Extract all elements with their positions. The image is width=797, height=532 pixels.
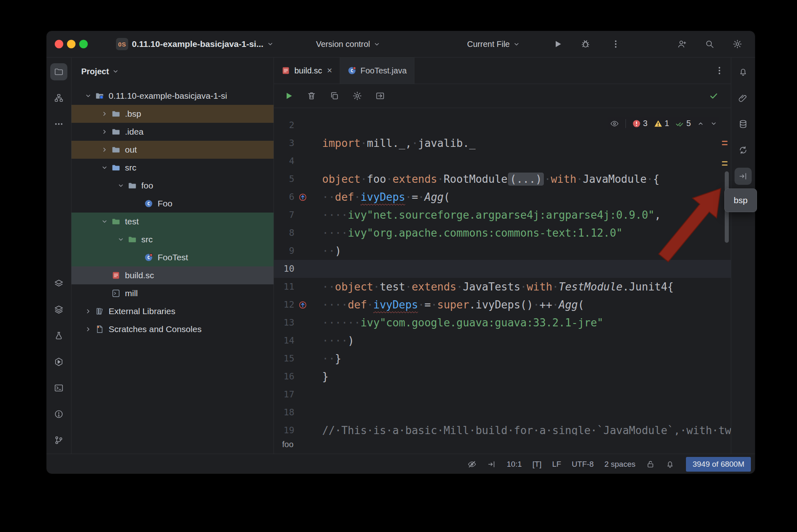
- settings-button[interactable]: [732, 39, 742, 49]
- code-line-1[interactable]: ····: [274, 108, 731, 116]
- chevron-down-icon[interactable]: [98, 215, 111, 228]
- code-line-17[interactable]: 17: [274, 386, 731, 403]
- project-panel-header[interactable]: Project: [71, 58, 274, 80]
- indent-guide-icon[interactable]: [487, 460, 496, 469]
- tool-strip-version-control-button[interactable]: [50, 432, 67, 449]
- tree-item-test[interactable]: test: [71, 213, 274, 231]
- tree-item-idea[interactable]: .idea: [71, 123, 274, 141]
- next-issue-button[interactable]: [710, 120, 717, 127]
- tree-item-foo[interactable]: foo: [71, 177, 274, 195]
- chevron-right-icon[interactable]: [98, 126, 111, 138]
- version-control-menu[interactable]: Version control: [316, 40, 380, 49]
- tree-item-out[interactable]: out: [71, 141, 274, 159]
- code-line-9[interactable]: 9··): [274, 242, 731, 260]
- tab-options-kebab-icon[interactable]: [715, 66, 724, 75]
- tool-strip-more-button[interactable]: [50, 115, 67, 133]
- warnings-badge[interactable]: 1: [654, 119, 669, 128]
- code-line-5[interactable]: 5object·foo·extends·RootModule(...)·with…: [274, 170, 731, 188]
- minimize-window-button[interactable]: [67, 40, 76, 49]
- tool-strip-terminal-button[interactable]: [50, 379, 67, 397]
- code-line-6[interactable]: 6··def·ivyDeps·=·Agg(: [274, 188, 731, 206]
- code-line-12[interactable]: 12····def·ivyDeps·=·super.ivyDeps()·++·A…: [274, 296, 731, 314]
- memory-indicator[interactable]: 3949 of 6800M: [686, 457, 751, 472]
- settings-button[interactable]: [352, 91, 362, 101]
- errors-badge[interactable]: 3: [632, 119, 648, 128]
- tree-item-src[interactable]: src: [71, 231, 274, 248]
- tree-item-foo[interactable]: CFoo: [71, 195, 274, 213]
- tree-item-external-libraries[interactable]: External Libraries: [71, 302, 274, 320]
- tree-item-footest[interactable]: CFooTest: [71, 248, 274, 266]
- debug-button[interactable]: [581, 39, 590, 49]
- copy-button[interactable]: [329, 91, 339, 101]
- highlighting-level-icon[interactable]: [468, 460, 476, 469]
- zoom-window-button[interactable]: [79, 40, 88, 49]
- override-gutter-icon[interactable]: [294, 188, 311, 206]
- close-icon[interactable]: ×: [327, 66, 332, 75]
- notifications-bell-icon[interactable]: [666, 460, 675, 469]
- tool-strip-ai-assistant-button[interactable]: [735, 89, 752, 106]
- close-window-button[interactable]: [55, 40, 63, 49]
- warning-stripe-mark[interactable]: [722, 161, 728, 162]
- caret-position[interactable]: 10:1: [507, 460, 522, 469]
- file-encoding[interactable]: UTF-8: [572, 460, 594, 469]
- code-line-7[interactable]: 7····ivy"net.sourceforge.argparse4j:argp…: [274, 206, 731, 224]
- line-separator[interactable]: LF: [552, 460, 561, 469]
- code-line-16[interactable]: 16}: [274, 368, 731, 386]
- code-line-10[interactable]: 10: [274, 260, 731, 278]
- code-line-8[interactable]: 8····ivy"org.apache.commons:commons-text…: [274, 224, 731, 242]
- tree-item-bsp[interactable]: .bsp: [71, 105, 274, 123]
- delete-button[interactable]: [307, 91, 316, 101]
- tree-item-scratches-and-consoles[interactable]: Scratches and Consoles: [71, 320, 274, 338]
- tree-item-mill[interactable]: mill: [71, 284, 274, 302]
- tool-strip-problems-button[interactable]: [50, 406, 67, 423]
- run-button[interactable]: [284, 91, 294, 101]
- chevron-right-icon[interactable]: [82, 305, 94, 317]
- code-line-3[interactable]: 3import·mill._,·javalib._: [274, 134, 731, 152]
- chevron-down-icon[interactable]: [98, 162, 111, 174]
- code-with-me-button[interactable]: [677, 39, 687, 49]
- override-gutter-icon[interactable]: [294, 296, 311, 314]
- tool-strip-build-button[interactable]: [50, 275, 67, 292]
- error-stripe-mark[interactable]: [722, 144, 728, 145]
- readonly-toggle-icon[interactable]: [646, 460, 655, 469]
- code-line-14[interactable]: 14····): [274, 332, 731, 350]
- run-configuration-selector[interactable]: Current File: [467, 40, 520, 49]
- tab-build-sc[interactable]: build.sc×: [274, 58, 340, 84]
- more-actions-button[interactable]: [611, 39, 621, 49]
- indent-style[interactable]: 2 spaces: [604, 460, 635, 469]
- chevron-down-icon[interactable]: [115, 233, 127, 246]
- tool-strip-structure-button[interactable]: [50, 89, 67, 106]
- tool-strip-services-button[interactable]: [50, 353, 67, 370]
- preview-eye-icon[interactable]: [610, 119, 619, 128]
- type-flag[interactable]: [T]: [532, 460, 541, 469]
- project-selector[interactable]: 0S 0.11.10-example-basicjava-1-si...: [116, 38, 274, 50]
- tool-strip-database-button[interactable]: [735, 115, 752, 133]
- tree-item-0-11-10-example-basicjava-1-si[interactable]: 0.11.10-example-basicjava-1-si: [71, 87, 274, 105]
- open-in-button[interactable]: [375, 91, 385, 101]
- code-line-18[interactable]: 18: [274, 403, 731, 421]
- chevron-right-icon[interactable]: [82, 323, 94, 335]
- run-button[interactable]: [553, 39, 563, 49]
- chevron-down-icon[interactable]: [115, 180, 127, 192]
- search-everywhere-button[interactable]: [705, 39, 715, 49]
- code-line-13[interactable]: 13······ivy"com.google.guava:guava:33.2.…: [274, 314, 731, 332]
- code-editor[interactable]: ····23import·mill._,·javalib._45object·f…: [274, 108, 731, 435]
- chevron-down-icon[interactable]: [82, 90, 94, 102]
- tool-strip-sync-button[interactable]: [735, 142, 752, 159]
- tool-strip-project-folder-button[interactable]: [50, 63, 67, 80]
- code-line-15[interactable]: 15··}: [274, 350, 731, 368]
- code-line-4[interactable]: 4: [274, 152, 731, 170]
- tree-item-build-sc[interactable]: build.sc: [71, 266, 274, 284]
- breadcrumb-item[interactable]: foo: [282, 440, 294, 449]
- prev-issue-button[interactable]: [697, 120, 704, 127]
- code-line-19[interactable]: 19//·This·is·a·basic·Mill·build·for·a·si…: [274, 421, 731, 435]
- tool-strip-bsp-button[interactable]: [735, 168, 752, 185]
- code-line-11[interactable]: 11··object·test·extends·JavaTests·with·T…: [274, 278, 731, 296]
- tool-strip-dependencies-button[interactable]: [50, 301, 67, 318]
- passed-badge[interactable]: 5: [676, 119, 691, 128]
- tab-footest-java[interactable]: CFooTest.java: [340, 58, 414, 84]
- tree-item-src[interactable]: src: [71, 159, 274, 177]
- warning-stripe-mark[interactable]: [722, 164, 728, 166]
- tool-strip-mill-tool-button[interactable]: [50, 327, 67, 344]
- chevron-right-icon[interactable]: [98, 108, 111, 120]
